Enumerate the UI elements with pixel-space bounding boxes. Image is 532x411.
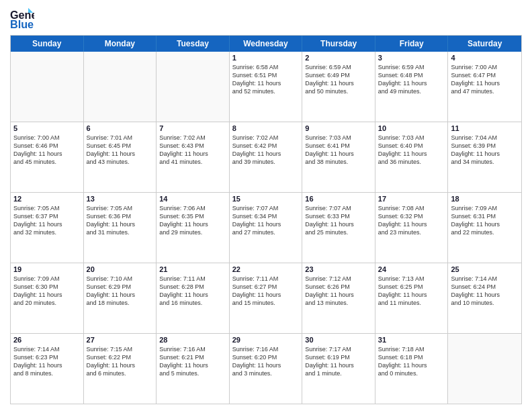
calendar-cell-7: 7Sunrise: 7:02 AM Sunset: 6:43 PM Daylig…: [157, 122, 230, 192]
calendar-cell-30: 30Sunrise: 7:17 AM Sunset: 6:19 PM Dayli…: [302, 334, 375, 404]
calendar-cell-17: 17Sunrise: 7:08 AM Sunset: 6:32 PM Dayli…: [375, 193, 449, 263]
cell-info: Sunrise: 7:16 AM Sunset: 6:20 PM Dayligh…: [232, 345, 300, 378]
day-number: 22: [232, 265, 300, 273]
calendar-cell-9: 9Sunrise: 7:03 AM Sunset: 6:41 PM Daylig…: [302, 122, 375, 192]
day-number: 6: [87, 124, 154, 132]
day-number: 15: [232, 195, 300, 203]
day-header-wednesday: Wednesday: [230, 36, 303, 52]
cell-info: Sunrise: 7:10 AM Sunset: 6:29 PM Dayligh…: [87, 275, 154, 308]
cell-info: Sunrise: 7:12 AM Sunset: 6:26 PM Dayligh…: [305, 275, 372, 308]
day-number: 25: [451, 265, 519, 273]
cell-info: Sunrise: 7:03 AM Sunset: 6:41 PM Dayligh…: [305, 134, 372, 167]
cell-info: Sunrise: 7:07 AM Sunset: 6:33 PM Dayligh…: [305, 204, 372, 237]
day-number: 9: [305, 124, 372, 132]
day-number: 3: [378, 54, 445, 62]
day-number: 1: [232, 54, 300, 62]
day-number: 24: [378, 265, 445, 273]
calendar-row-3: 12Sunrise: 7:05 AM Sunset: 6:37 PM Dayli…: [11, 193, 521, 263]
calendar-cell-empty: [448, 334, 521, 404]
calendar-cell-11: 11Sunrise: 7:04 AM Sunset: 6:39 PM Dayli…: [448, 122, 521, 192]
cell-info: Sunrise: 7:02 AM Sunset: 6:43 PM Dayligh…: [159, 134, 226, 167]
calendar-cell-28: 28Sunrise: 7:16 AM Sunset: 6:21 PM Dayli…: [157, 334, 230, 404]
cell-info: Sunrise: 7:14 AM Sunset: 6:23 PM Dayligh…: [13, 345, 81, 378]
cell-info: Sunrise: 7:18 AM Sunset: 6:18 PM Dayligh…: [378, 345, 445, 378]
cell-info: Sunrise: 7:17 AM Sunset: 6:19 PM Dayligh…: [305, 345, 372, 378]
day-number: 13: [87, 195, 154, 203]
day-number: 12: [13, 195, 81, 203]
calendar-cell-20: 20Sunrise: 7:10 AM Sunset: 6:29 PM Dayli…: [84, 263, 157, 333]
calendar-cell-23: 23Sunrise: 7:12 AM Sunset: 6:26 PM Dayli…: [302, 263, 375, 333]
calendar-cell-16: 16Sunrise: 7:07 AM Sunset: 6:33 PM Dayli…: [302, 193, 375, 263]
cell-info: Sunrise: 7:03 AM Sunset: 6:40 PM Dayligh…: [378, 134, 445, 167]
logo: General Blue: [10, 7, 37, 31]
cell-info: Sunrise: 7:15 AM Sunset: 6:22 PM Dayligh…: [87, 345, 154, 378]
calendar-cell-26: 26Sunrise: 7:14 AM Sunset: 6:23 PM Dayli…: [11, 334, 84, 404]
calendar-body: 1Sunrise: 6:58 AM Sunset: 6:51 PM Daylig…: [11, 52, 521, 404]
cell-info: Sunrise: 7:11 AM Sunset: 6:27 PM Dayligh…: [232, 275, 300, 308]
day-number: 29: [232, 336, 300, 344]
calendar-cell-empty: [84, 52, 157, 122]
calendar-cell-1: 1Sunrise: 6:58 AM Sunset: 6:51 PM Daylig…: [230, 52, 303, 122]
day-number: 5: [13, 124, 81, 132]
calendar-cell-empty: [157, 52, 230, 122]
calendar: SundayMondayTuesdayWednesdayThursdayFrid…: [10, 35, 522, 404]
cell-info: Sunrise: 7:09 AM Sunset: 6:31 PM Dayligh…: [451, 204, 519, 237]
calendar-cell-18: 18Sunrise: 7:09 AM Sunset: 6:31 PM Dayli…: [448, 193, 521, 263]
day-header-saturday: Saturday: [448, 36, 521, 52]
calendar-cell-24: 24Sunrise: 7:13 AM Sunset: 6:25 PM Dayli…: [375, 263, 449, 333]
cell-info: Sunrise: 7:01 AM Sunset: 6:45 PM Dayligh…: [87, 134, 154, 167]
day-number: 23: [305, 265, 372, 273]
calendar-cell-10: 10Sunrise: 7:03 AM Sunset: 6:40 PM Dayli…: [375, 122, 449, 192]
cell-info: Sunrise: 7:13 AM Sunset: 6:25 PM Dayligh…: [378, 275, 445, 308]
calendar-cell-25: 25Sunrise: 7:14 AM Sunset: 6:24 PM Dayli…: [448, 263, 521, 333]
day-header-tuesday: Tuesday: [157, 36, 230, 52]
day-number: 17: [378, 195, 445, 203]
day-header-sunday: Sunday: [11, 36, 84, 52]
day-number: 8: [232, 124, 300, 132]
calendar-cell-22: 22Sunrise: 7:11 AM Sunset: 6:27 PM Dayli…: [230, 263, 303, 333]
calendar-cell-15: 15Sunrise: 7:07 AM Sunset: 6:34 PM Dayli…: [230, 193, 303, 263]
cell-info: Sunrise: 7:09 AM Sunset: 6:30 PM Dayligh…: [13, 275, 81, 308]
calendar-cell-19: 19Sunrise: 7:09 AM Sunset: 6:30 PM Dayli…: [11, 263, 84, 333]
day-number: 19: [13, 265, 81, 273]
day-number: 10: [378, 124, 445, 132]
day-number: 14: [159, 195, 226, 203]
calendar-row-2: 5Sunrise: 7:00 AM Sunset: 6:46 PM Daylig…: [11, 122, 521, 193]
calendar-cell-3: 3Sunrise: 6:59 AM Sunset: 6:48 PM Daylig…: [375, 52, 449, 122]
day-header-monday: Monday: [84, 36, 157, 52]
calendar-cell-6: 6Sunrise: 7:01 AM Sunset: 6:45 PM Daylig…: [84, 122, 157, 192]
day-header-friday: Friday: [375, 36, 449, 52]
header: General Blue: [10, 7, 522, 31]
cell-info: Sunrise: 7:08 AM Sunset: 6:32 PM Dayligh…: [378, 204, 445, 237]
calendar-row-1: 1Sunrise: 6:58 AM Sunset: 6:51 PM Daylig…: [11, 52, 521, 122]
calendar-cell-8: 8Sunrise: 7:02 AM Sunset: 6:42 PM Daylig…: [230, 122, 303, 192]
cell-info: Sunrise: 7:05 AM Sunset: 6:36 PM Dayligh…: [87, 204, 154, 237]
cell-info: Sunrise: 7:16 AM Sunset: 6:21 PM Dayligh…: [159, 345, 226, 378]
calendar-cell-5: 5Sunrise: 7:00 AM Sunset: 6:46 PM Daylig…: [11, 122, 84, 192]
svg-text:Blue: Blue: [10, 18, 34, 30]
calendar-cell-13: 13Sunrise: 7:05 AM Sunset: 6:36 PM Dayli…: [84, 193, 157, 263]
day-header-thursday: Thursday: [302, 36, 375, 52]
day-number: 11: [451, 124, 519, 132]
calendar-cell-27: 27Sunrise: 7:15 AM Sunset: 6:22 PM Dayli…: [84, 334, 157, 404]
day-number: 2: [305, 54, 372, 62]
cell-info: Sunrise: 6:59 AM Sunset: 6:49 PM Dayligh…: [305, 63, 372, 96]
day-number: 21: [159, 265, 226, 273]
cell-info: Sunrise: 7:04 AM Sunset: 6:39 PM Dayligh…: [451, 134, 519, 167]
day-number: 18: [451, 195, 519, 203]
page: General Blue SundayMondayTuesdayWednesda…: [0, 0, 532, 411]
calendar-cell-14: 14Sunrise: 7:06 AM Sunset: 6:35 PM Dayli…: [157, 193, 230, 263]
calendar-row-5: 26Sunrise: 7:14 AM Sunset: 6:23 PM Dayli…: [11, 334, 521, 404]
cell-info: Sunrise: 7:02 AM Sunset: 6:42 PM Dayligh…: [232, 134, 300, 167]
day-number: 7: [159, 124, 226, 132]
day-number: 26: [13, 336, 81, 344]
cell-info: Sunrise: 7:00 AM Sunset: 6:46 PM Dayligh…: [13, 134, 81, 167]
day-number: 28: [159, 336, 226, 344]
day-number: 4: [451, 54, 519, 62]
day-number: 16: [305, 195, 372, 203]
calendar-cell-empty: [11, 52, 84, 122]
day-number: 20: [87, 265, 154, 273]
cell-info: Sunrise: 7:00 AM Sunset: 6:47 PM Dayligh…: [451, 63, 519, 96]
calendar-cell-29: 29Sunrise: 7:16 AM Sunset: 6:20 PM Dayli…: [230, 334, 303, 404]
day-number: 30: [305, 336, 372, 344]
